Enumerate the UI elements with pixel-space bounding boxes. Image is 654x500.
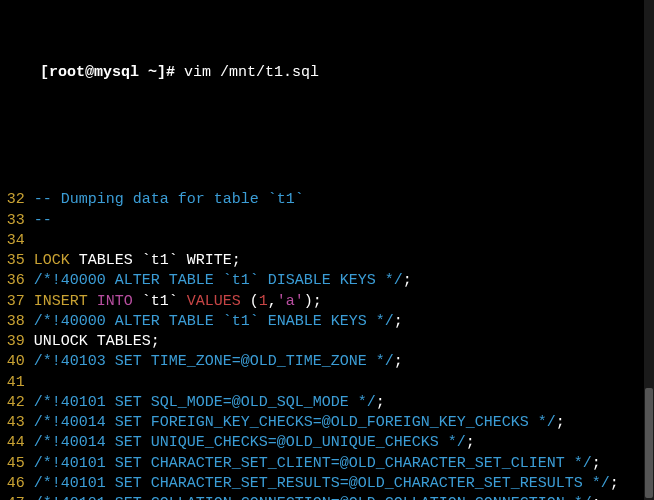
code-line[interactable]: 38/*!40000 ALTER TABLE `t1` ENABLE KEYS … bbox=[4, 312, 650, 332]
token: TABLES `t1` WRITE; bbox=[70, 252, 241, 269]
token: /*!40000 ALTER TABLE `t1` ENABLE KEYS */ bbox=[34, 313, 394, 330]
line-number: 33 bbox=[4, 211, 25, 231]
line-number: 41 bbox=[4, 373, 25, 393]
line-number: 32 bbox=[4, 190, 25, 210]
token: ; bbox=[556, 414, 565, 431]
token: ; bbox=[403, 272, 412, 289]
token: -- Dumping data for table `t1` bbox=[34, 191, 304, 208]
token: ; bbox=[466, 434, 475, 451]
line-content[interactable]: /*!40000 ALTER TABLE `t1` DISABLE KEYS *… bbox=[34, 271, 650, 291]
line-number: 36 bbox=[4, 271, 25, 291]
code-line[interactable]: 40/*!40103 SET TIME_ZONE=@OLD_TIME_ZONE … bbox=[4, 352, 650, 372]
token: ; bbox=[592, 495, 601, 500]
line-content[interactable]: /*!40103 SET TIME_ZONE=@OLD_TIME_ZONE */… bbox=[34, 352, 650, 372]
shell-prompt: [root@mysql ~]# bbox=[40, 64, 175, 81]
token bbox=[88, 293, 97, 310]
line-number: 46 bbox=[4, 474, 25, 494]
code-line[interactable]: 35LOCK TABLES `t1` WRITE; bbox=[4, 251, 650, 271]
code-line[interactable]: 45/*!40101 SET CHARACTER_SET_CLIENT=@OLD… bbox=[4, 454, 650, 474]
line-content[interactable]: /*!40014 SET FOREIGN_KEY_CHECKS=@OLD_FOR… bbox=[34, 413, 650, 433]
token: /*!40101 SET CHARACTER_SET_CLIENT=@OLD_C… bbox=[34, 455, 592, 472]
code-line[interactable]: 39UNLOCK TABLES; bbox=[4, 332, 650, 352]
code-line[interactable]: 43/*!40014 SET FOREIGN_KEY_CHECKS=@OLD_F… bbox=[4, 413, 650, 433]
line-content[interactable]: -- bbox=[34, 211, 650, 231]
token: LOCK bbox=[34, 252, 70, 269]
token: ( bbox=[241, 293, 259, 310]
line-content[interactable]: /*!40101 SET CHARACTER_SET_CLIENT=@OLD_C… bbox=[34, 454, 650, 474]
line-number: 34 bbox=[4, 231, 25, 251]
line-number: 38 bbox=[4, 312, 25, 332]
line-content[interactable]: -- Dumping data for table `t1` bbox=[34, 190, 650, 210]
line-content[interactable]: /*!40101 SET SQL_MODE=@OLD_SQL_MODE */; bbox=[34, 393, 650, 413]
token: ; bbox=[592, 455, 601, 472]
line-number: 42 bbox=[4, 393, 25, 413]
line-content[interactable]: INSERT INTO `t1` VALUES (1,'a'); bbox=[34, 292, 650, 312]
token: /*!40101 SET CHARACTER_SET_RESULTS=@OLD_… bbox=[34, 475, 610, 492]
line-number: 45 bbox=[4, 454, 25, 474]
line-number: 37 bbox=[4, 292, 25, 312]
line-number: 47 bbox=[4, 494, 25, 500]
line-number: 39 bbox=[4, 332, 25, 352]
token: INTO bbox=[97, 293, 133, 310]
token: /*!40101 SET COLLATION_CONNECTION=@OLD_C… bbox=[34, 495, 592, 500]
code-line[interactable]: 41 bbox=[4, 373, 650, 393]
code-line[interactable]: 37INSERT INTO `t1` VALUES (1,'a'); bbox=[4, 292, 650, 312]
line-number: 44 bbox=[4, 433, 25, 453]
code-line[interactable]: 32-- Dumping data for table `t1` bbox=[4, 190, 650, 210]
editor-content[interactable]: 32-- Dumping data for table `t1`33--3435… bbox=[4, 190, 650, 500]
token: VALUES bbox=[187, 293, 241, 310]
code-line[interactable]: 33-- bbox=[4, 211, 650, 231]
token: /*!40101 SET SQL_MODE=@OLD_SQL_MODE */ bbox=[34, 394, 376, 411]
token: /*!40014 SET FOREIGN_KEY_CHECKS=@OLD_FOR… bbox=[34, 414, 556, 431]
token: 'a' bbox=[277, 293, 304, 310]
token: 1 bbox=[259, 293, 268, 310]
line-number: 43 bbox=[4, 413, 25, 433]
line-content[interactable]: UNLOCK TABLES; bbox=[34, 332, 650, 352]
token: /*!40000 ALTER TABLE `t1` DISABLE KEYS *… bbox=[34, 272, 403, 289]
line-number: 40 bbox=[4, 352, 25, 372]
token: INSERT bbox=[34, 293, 88, 310]
code-line[interactable]: 34 bbox=[4, 231, 650, 251]
token: UNLOCK TABLES; bbox=[34, 333, 160, 350]
token: ; bbox=[610, 475, 619, 492]
token: -- bbox=[34, 212, 52, 229]
token: , bbox=[268, 293, 277, 310]
code-line[interactable]: 47/*!40101 SET COLLATION_CONNECTION=@OLD… bbox=[4, 494, 650, 500]
token: ; bbox=[394, 353, 403, 370]
line-content[interactable]: LOCK TABLES `t1` WRITE; bbox=[34, 251, 650, 271]
scrollbar-thumb[interactable] bbox=[645, 388, 653, 498]
token: /*!40103 SET TIME_ZONE=@OLD_TIME_ZONE */ bbox=[34, 353, 394, 370]
scrollbar-track[interactable] bbox=[644, 0, 654, 500]
token: `t1` bbox=[133, 293, 187, 310]
token: ); bbox=[304, 293, 322, 310]
line-number: 35 bbox=[4, 251, 25, 271]
token: ; bbox=[376, 394, 385, 411]
token: ; bbox=[394, 313, 403, 330]
code-line[interactable]: 42/*!40101 SET SQL_MODE=@OLD_SQL_MODE */… bbox=[4, 393, 650, 413]
shell-command: vim /mnt/t1.sql bbox=[184, 64, 319, 81]
shell-prompt-line: [root@mysql ~]# vim /mnt/t1.sql bbox=[4, 43, 650, 104]
code-line[interactable]: 36/*!40000 ALTER TABLE `t1` DISABLE KEYS… bbox=[4, 271, 650, 291]
line-content[interactable]: /*!40000 ALTER TABLE `t1` ENABLE KEYS */… bbox=[34, 312, 650, 332]
line-content[interactable]: /*!40014 SET UNIQUE_CHECKS=@OLD_UNIQUE_C… bbox=[34, 433, 650, 453]
line-content[interactable]: /*!40101 SET CHARACTER_SET_RESULTS=@OLD_… bbox=[34, 474, 650, 494]
line-content[interactable]: /*!40101 SET COLLATION_CONNECTION=@OLD_C… bbox=[34, 494, 650, 500]
terminal[interactable]: [root@mysql ~]# vim /mnt/t1.sql 32-- Dum… bbox=[0, 0, 654, 500]
token: /*!40014 SET UNIQUE_CHECKS=@OLD_UNIQUE_C… bbox=[34, 434, 466, 451]
code-line[interactable]: 46/*!40101 SET CHARACTER_SET_RESULTS=@OL… bbox=[4, 474, 650, 494]
code-line[interactable]: 44/*!40014 SET UNIQUE_CHECKS=@OLD_UNIQUE… bbox=[4, 433, 650, 453]
